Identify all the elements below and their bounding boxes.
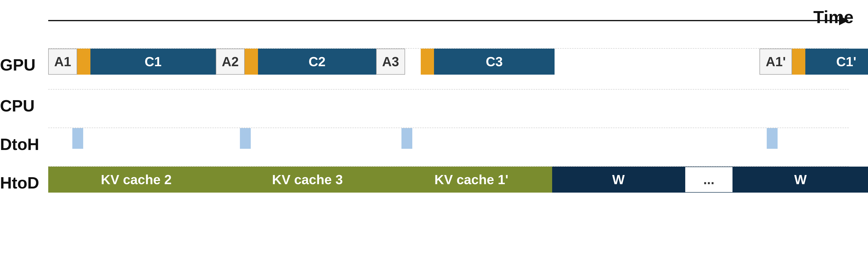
dtoh-block-1 [72, 128, 83, 149]
cpu-label: CPU [0, 96, 46, 115]
gpu-row: A1 C1 A2 C2 A3 C3 A1' C1' [48, 48, 849, 75]
time-arrow [48, 19, 849, 22]
block-orange-4 [792, 49, 805, 75]
block-orange-3 [421, 49, 434, 75]
htod-row: KV cache 2 KV cache 3 KV cache 1' W ... … [48, 166, 849, 193]
block-C2: C2 [258, 49, 376, 75]
htod-kvcache3: KV cache 3 [224, 166, 391, 193]
cpu-row [48, 89, 849, 116]
block-A2: A2 [216, 49, 245, 75]
block-C1: C1 [90, 49, 216, 75]
block-A1: A1 [48, 49, 77, 75]
dtoh-label: DtoH [0, 135, 46, 154]
block-C3: C3 [434, 49, 555, 75]
time-arrowhead [839, 16, 849, 25]
block-orange-1 [77, 49, 90, 75]
htod-kvcache1prime: KV cache 1' [391, 166, 552, 193]
block-A3: A3 [376, 49, 405, 75]
htod-W2: W [733, 166, 868, 193]
block-orange-2 [245, 49, 258, 75]
time-line [48, 20, 839, 21]
diagram-container: Time GPU A1 C1 A2 C2 A3 C3 A1' C1' CPU [0, 0, 868, 260]
block-C1-prime: C1' [805, 49, 868, 75]
dtoh-block-4 [767, 128, 778, 149]
htod-ellipsis: ... [685, 166, 733, 193]
gpu-label: GPU [0, 55, 46, 74]
htod-W1: W [552, 166, 685, 193]
dtoh-block-2 [240, 128, 251, 149]
htod-label: HtoD [0, 173, 46, 192]
dtoh-block-3 [401, 128, 412, 149]
block-A1-prime: A1' [760, 49, 792, 75]
htod-kvcache2: KV cache 2 [48, 166, 224, 193]
dtoh-row [48, 127, 849, 154]
